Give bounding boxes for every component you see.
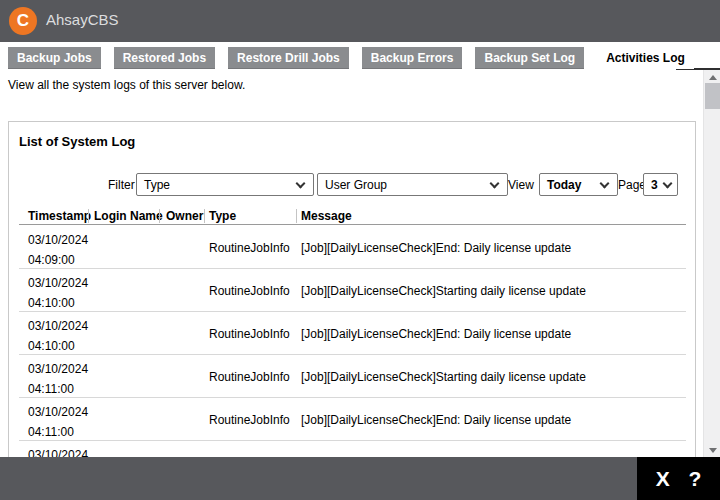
cell-timestamp: 03/10/202404:11:00 (28, 398, 88, 441)
app-title: AhsayCBS (46, 11, 119, 28)
close-button[interactable]: X (656, 457, 670, 500)
help-box: X ? (637, 457, 720, 500)
tab-backup-set-log[interactable]: Backup Set Log (475, 47, 584, 69)
tab-restored-jobs[interactable]: Restored Jobs (114, 47, 215, 69)
column-separator (159, 209, 160, 223)
triangle-up-icon (709, 75, 717, 80)
cell-type: RoutineJobInfo (209, 355, 290, 398)
cell-type: RoutineJobInfo (209, 226, 290, 269)
view-select-value: Today (547, 178, 581, 192)
footer-bar: X ? (0, 457, 720, 500)
chevron-down-icon (490, 179, 500, 189)
system-log-panel: List of System Log Filter Type User Grou… (8, 121, 696, 470)
chevron-down-icon (663, 179, 673, 189)
cell-message: [Job][DailyLicenseCheck]Starting daily l… (301, 269, 586, 312)
cell-timestamp: 03/10/202404:11:00 (28, 355, 88, 398)
app-header: C AhsayCBS (0, 0, 720, 42)
user-group-filter-value: User Group (325, 178, 387, 192)
cell-message: [Job][DailyLicenseCheck]End: Daily licen… (301, 226, 571, 269)
type-filter-value: Type (144, 178, 170, 192)
table-row: 03/10/202404:10:00RoutineJobInfo[Job][Da… (19, 312, 686, 355)
cell-type: RoutineJobInfo (209, 312, 290, 355)
scroll-down-button[interactable] (704, 443, 720, 457)
table-row: 03/10/202404:11:00RoutineJobInfo[Job][Da… (19, 398, 686, 441)
table-row: 03/10/202404:11:00RoutineJobInfo[Job][Da… (19, 355, 686, 398)
filter-label: Filter (108, 178, 132, 192)
chevron-down-icon (296, 179, 306, 189)
column-separator (204, 209, 205, 223)
vertical-scrollbar[interactable] (703, 70, 720, 457)
chevron-down-icon (600, 179, 610, 189)
table-row: 03/10/202404:09:00RoutineJobInfo[Job][Da… (19, 226, 686, 269)
user-group-filter-select[interactable]: User Group (317, 173, 508, 196)
scroll-up-button[interactable] (704, 70, 720, 84)
cell-timestamp: 03/10/202404:10:00 (28, 269, 88, 312)
table-row: 03/10/202404:10:00RoutineJobInfo[Job][Da… (19, 269, 686, 312)
cell-type: RoutineJobInfo (209, 398, 290, 441)
cell-message: [Job][DailyLicenseCheck]Starting daily l… (301, 355, 586, 398)
cell-type: RoutineJobInfo (209, 269, 290, 312)
scrollbar-thumb[interactable] (705, 83, 720, 109)
column-separator (296, 209, 297, 223)
page-select[interactable]: 3 (643, 173, 678, 196)
log-table-header: Timestamp Login Name Owner Type Message (19, 208, 686, 225)
cell-message: [Job][DailyLicenseCheck]End: Daily licen… (301, 312, 571, 355)
page-label: Page (618, 178, 646, 192)
cell-timestamp: 03/10/202404:09:00 (28, 226, 88, 269)
ahsay-logo-icon: C (9, 7, 37, 35)
col-owner: Owner (166, 209, 203, 223)
cell-message: [Job][DailyLicenseCheck]End: Daily licen… (301, 398, 571, 441)
tab-backup-errors[interactable]: Backup Errors (362, 47, 463, 69)
page-select-value: 3 (651, 178, 658, 192)
view-label: View (508, 178, 534, 192)
col-message: Message (301, 209, 352, 223)
col-login-name: Login Name (94, 209, 163, 223)
panel-title: List of System Log (19, 134, 135, 149)
cell-timestamp: 03/10/202404:10:00 (28, 312, 88, 355)
page-description: View all the system logs of this server … (8, 78, 245, 92)
tab-activities-log[interactable]: Activities Log (597, 47, 694, 69)
view-select[interactable]: Today (539, 173, 618, 196)
help-button[interactable]: ? (688, 457, 701, 500)
tab-backup-jobs[interactable]: Backup Jobs (8, 47, 101, 69)
column-separator (88, 209, 89, 223)
col-type: Type (209, 209, 236, 223)
triangle-down-icon (709, 448, 717, 453)
tab-strip: Backup Jobs Restored Jobs Restore Drill … (8, 47, 694, 69)
col-timestamp: Timestamp (28, 209, 91, 223)
log-table-body: 03/10/202404:09:00RoutineJobInfo[Job][Da… (19, 226, 686, 470)
type-filter-select[interactable]: Type (136, 173, 314, 196)
tab-restore-drill-jobs[interactable]: Restore Drill Jobs (228, 47, 349, 69)
